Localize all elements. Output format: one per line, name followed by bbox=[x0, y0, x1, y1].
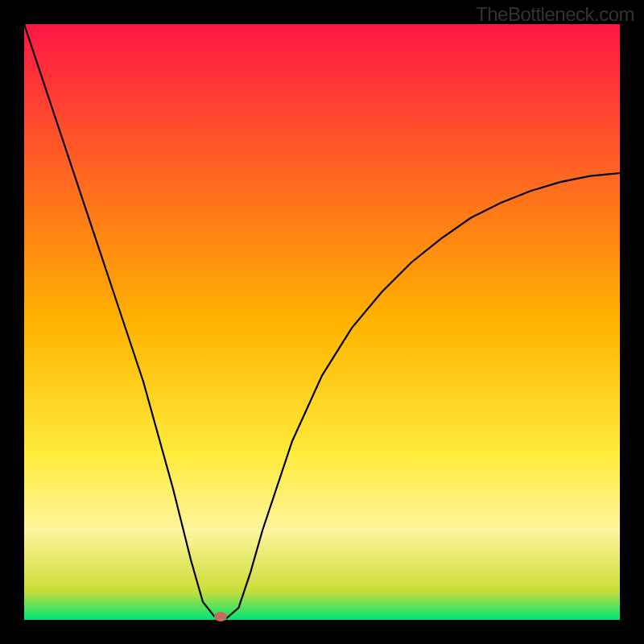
plot-area bbox=[24, 24, 620, 620]
chart-container: TheBottleneck.com bbox=[0, 0, 644, 644]
attribution-text: TheBottleneck.com bbox=[476, 3, 634, 26]
curve-layer bbox=[24, 24, 620, 620]
bottleneck-curve bbox=[24, 24, 620, 619]
optimum-marker bbox=[214, 612, 227, 621]
